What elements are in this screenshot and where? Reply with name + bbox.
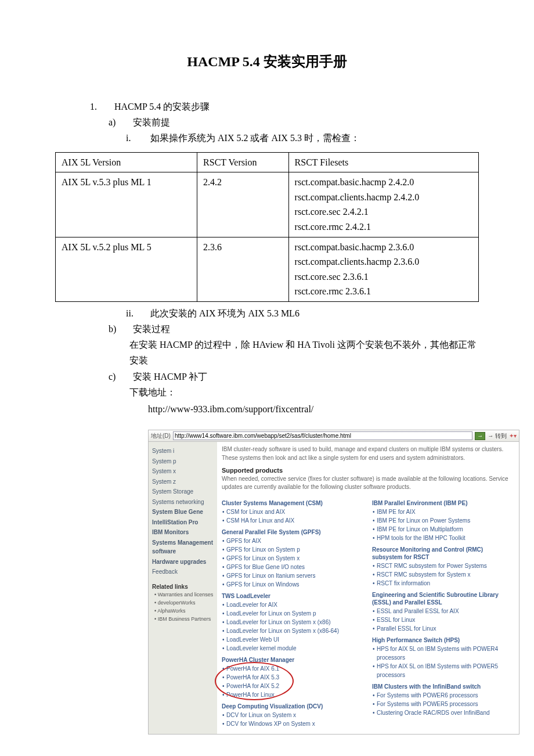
supported-products-text: When needed, corrective service (fixes f… (222, 475, 514, 491)
product-link[interactable]: PowerHA for Linux (226, 690, 364, 699)
sidebar-item[interactable]: Feedback (152, 567, 214, 577)
group-title: Cluster Systems Management (CSM) (222, 499, 364, 507)
related-links-title: Related links (152, 582, 214, 592)
sidebar-item[interactable]: IntelliStation Pro (152, 518, 214, 527)
table-row: AIX 5L v.5.3 plus ML 1 2.4.2 rsct.compat… (56, 172, 479, 237)
address-label: 地址(D) (151, 432, 171, 440)
marker: c) (109, 369, 124, 384)
table-row: AIX 5L v.5.2 plus ML 5 2.3.6 rsct.compat… (56, 237, 479, 301)
product-link[interactable]: PowerHA for AIX 5.3 (226, 673, 364, 682)
product-link[interactable]: RSCT fix information (377, 579, 514, 588)
product-link[interactable]: For Systems with POWER5 processors (377, 700, 514, 708)
group-title: IBM Parallel Environment (IBM PE) (372, 499, 514, 507)
product-link[interactable]: LoadLeveler for Linux on System x (x86-6… (226, 627, 364, 635)
group-title: Deep Computing Visualization (DCV) (222, 703, 364, 710)
go-button[interactable]: → (475, 432, 485, 440)
product-link[interactable]: GPFS for Linux on Itanium servers (226, 571, 364, 580)
col-header: RSCT Version (197, 152, 288, 172)
product-link[interactable]: PowerHA for AIX 6.1 (226, 664, 364, 673)
outline-item-a: a) 安装前提 (109, 114, 479, 130)
product-link[interactable]: GPFS for Linux on System x (226, 554, 364, 563)
product-link[interactable]: LoadLeveler Web UI (226, 635, 364, 644)
cell: 2.3.6 (197, 237, 288, 301)
marker: a) (109, 114, 124, 130)
product-link[interactable]: LoadLeveler for Linux on System x (x86) (226, 618, 364, 627)
product-link[interactable]: GPFS for Blue Gene I/O notes (226, 563, 364, 571)
page-body: System iSystem pSystem xSystem zSystem S… (149, 442, 519, 734)
outline: 1. HACMP 5.4 的安装步骤 a) 安装前提 i. 如果操作系统为 AI… (55, 99, 479, 146)
product-link[interactable]: HPS for AIX 5L on IBM Systems with POWER… (377, 645, 514, 662)
product-link[interactable]: IBM PE for Linux on Power Systems (377, 516, 514, 525)
group-title: IBM Clusters with the InfiniBand switch (372, 683, 514, 690)
cell: AIX 5L v.5.3 plus ML 1 (56, 172, 197, 237)
product-link[interactable]: GPFS for Linux on Windows (226, 580, 364, 589)
sidebar-item[interactable]: Hardware upgrades (152, 557, 214, 567)
fixcentral-url: http://www-933.ibm.com/support/fixcentra… (148, 401, 479, 417)
marker: ii. (126, 305, 141, 321)
section-b-body: 在安装 HACMP 的过程中，除 HAview 和 HA Tivoli 这两个安… (129, 337, 479, 368)
cell: 2.4.2 (197, 172, 288, 237)
document-title: HACMP 5.4 安装实用手册 (55, 52, 479, 71)
related-link[interactable]: • Warranties and licenses (154, 591, 214, 599)
supported-products-title: Supported products (222, 467, 514, 474)
product-link[interactable]: LoadLeveler for Linux on System p (226, 609, 364, 618)
links-icon[interactable]: ✦▾ (509, 433, 517, 439)
outline-item-1: 1. HACMP 5.4 的安装步骤 (90, 99, 479, 114)
related-link[interactable]: • AlphaWorks (154, 607, 214, 615)
product-link[interactable]: Clustering Oracle RAC/RDS over InfiniBan… (377, 708, 514, 717)
col-header: AIX 5L Version (56, 152, 197, 172)
product-link[interactable]: CSM HA for Linux and AIX (226, 516, 364, 525)
sidebar-item[interactable]: System x (152, 467, 214, 476)
text: 安装 HACMP 补丁 (133, 369, 207, 384)
sidebar-item[interactable]: System p (152, 457, 214, 466)
product-link[interactable]: GPFS for AIX (226, 537, 364, 545)
product-link[interactable]: LoadLeveler for AIX (226, 600, 364, 609)
product-link[interactable]: DCV for Windows XP on System x (226, 719, 364, 728)
product-link[interactable]: RSCT RMC subsystem for System x (377, 570, 514, 579)
group-title: General Parallel File System (GPFS) (222, 528, 364, 536)
url-input[interactable] (173, 431, 472, 440)
group-title: Engineering and Scientific Subroutine Li… (372, 591, 514, 606)
product-link[interactable]: ESSL for Linux (377, 615, 514, 624)
product-link[interactable]: Parallel ESSL for Linux (377, 624, 514, 633)
sidebar-item[interactable]: System Blue Gene (152, 507, 214, 517)
text: 安装过程 (133, 321, 170, 337)
group-title: TWS LoadLeveler (222, 592, 364, 600)
product-link[interactable]: IBM PE for AIX (377, 507, 514, 516)
left-sidebar: System iSystem pSystem xSystem zSystem S… (149, 442, 217, 734)
sidebar-item[interactable]: Systems networking (152, 498, 214, 507)
left-column: Cluster Systems Management (CSM)CSM for … (222, 496, 364, 728)
product-link[interactable]: LoadLeveler kernel module (226, 644, 364, 653)
product-link[interactable]: PowerHA for AIX 5.2 (226, 682, 364, 690)
product-link[interactable]: HPS for AIX 5L on IBM Systems with POWER… (377, 662, 514, 679)
related-link[interactable]: • developerWorks (154, 599, 214, 607)
outline-item-ii: ii. 此次安装的 AIX 环境为 AIX 5.3 ML6 (126, 305, 479, 321)
product-link[interactable]: GPFS for Linux on System p (226, 545, 364, 554)
browser-screenshot: 地址(D) → → 转到 ✦▾ System iSystem pSystem x… (148, 430, 519, 735)
cell: rsct.compat.basic.hacmp 2.3.6.0 rsct.com… (288, 237, 478, 301)
goto-label: → 转到 (488, 432, 507, 440)
group-title: Resource Monitoring and Control (RMC) su… (372, 546, 514, 561)
sidebar-item[interactable]: System Storage (152, 487, 214, 496)
text: 安装前提 (133, 114, 170, 130)
product-link[interactable]: IBM PE for Linux on Multiplatform (377, 525, 514, 534)
sidebar-item[interactable]: IBM Monitors (152, 528, 214, 537)
outline-item-b: b) 安装过程 (109, 321, 479, 337)
group-title: High Performance Switch (HPS) (372, 636, 514, 644)
product-link[interactable]: RSCT RMC subsystem for Power Systems (377, 561, 514, 570)
product-link[interactable]: HPM tools for the IBM HPC Toolkit (377, 534, 514, 542)
product-link[interactable]: CSM for Linux and AIX (226, 507, 364, 516)
section-c-body: 下载地址： (129, 384, 479, 400)
product-link[interactable]: ESSL and Parallel ESSL for AIX (377, 607, 514, 615)
related-link[interactable]: • IBM Business Partners (154, 615, 214, 624)
group-title: PowerHA Cluster Manager (222, 656, 364, 664)
sidebar-item[interactable]: Systems Management software (152, 538, 214, 556)
marker: b) (109, 321, 124, 337)
product-link[interactable]: For Systems with POWER6 processors (377, 691, 514, 700)
intro-text: IBM cluster-ready software is used to bu… (222, 445, 514, 462)
product-link[interactable]: DCV for Linux on System x (226, 711, 364, 719)
sidebar-item[interactable]: System i (152, 447, 214, 456)
sidebar-item[interactable]: System z (152, 477, 214, 487)
rsct-table: AIX 5L Version RSCT Version RSCT Fileset… (55, 152, 479, 302)
cell: rsct.compat.basic.hacmp 2.4.2.0 rsct.com… (288, 172, 478, 237)
